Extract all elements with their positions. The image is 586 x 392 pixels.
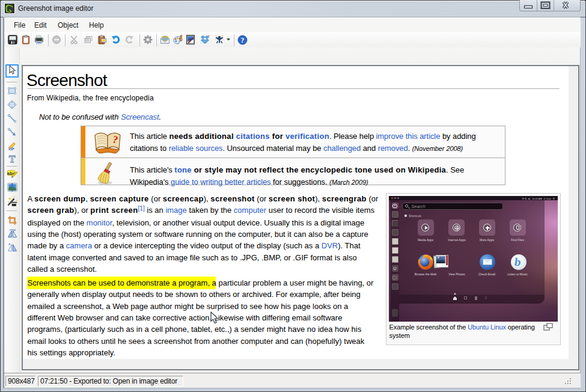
svg-text:T: T: [9, 154, 16, 164]
svg-text:?: ?: [241, 36, 245, 44]
